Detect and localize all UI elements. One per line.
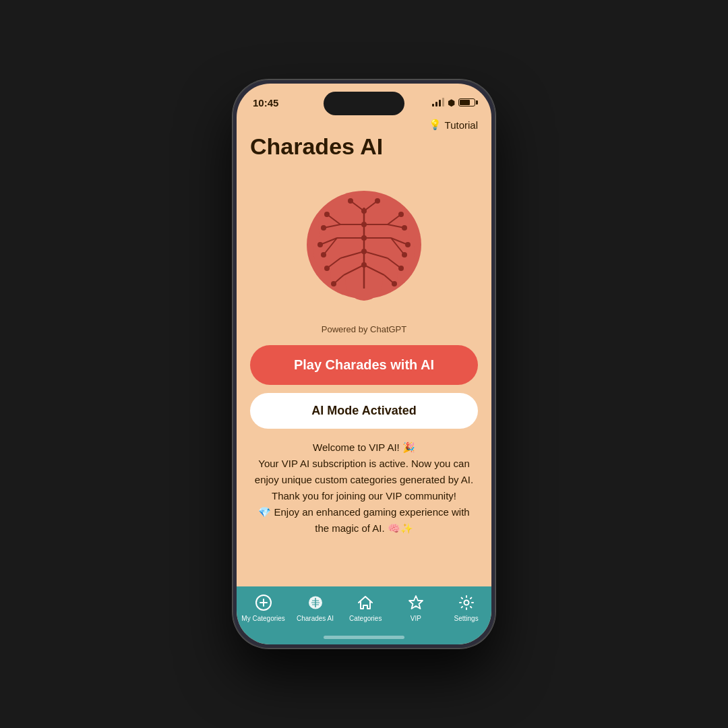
brain-container: Powered by ChatGPT bbox=[250, 171, 478, 334]
svg-point-46 bbox=[361, 235, 367, 241]
svg-point-16 bbox=[317, 242, 323, 247]
tutorial-label: Tutorial bbox=[445, 119, 478, 131]
svg-point-47 bbox=[361, 249, 367, 254]
gear-icon bbox=[457, 593, 476, 612]
star-icon bbox=[406, 593, 425, 612]
nav-item-categories[interactable]: Categories bbox=[345, 593, 386, 622]
dynamic-island bbox=[324, 92, 404, 115]
svg-point-29 bbox=[402, 225, 407, 231]
ai-mode-button[interactable]: AI Mode Activated bbox=[250, 393, 478, 429]
app-title: Charades AI bbox=[250, 133, 478, 160]
svg-point-27 bbox=[398, 212, 404, 217]
main-content: 💡 Tutorial Charades AI bbox=[237, 113, 491, 586]
svg-point-18 bbox=[321, 252, 326, 257]
nav-item-charades-ai[interactable]: Charades AI bbox=[295, 593, 336, 622]
svg-point-32 bbox=[405, 242, 411, 247]
play-charades-button[interactable]: Play Charades with AI bbox=[250, 345, 478, 385]
svg-point-62 bbox=[464, 601, 468, 605]
svg-point-45 bbox=[361, 222, 367, 227]
nav-label-categories: Categories bbox=[349, 615, 382, 622]
svg-point-24 bbox=[331, 281, 336, 286]
lightbulb-icon: 💡 bbox=[429, 119, 442, 131]
brain-icon bbox=[290, 171, 438, 319]
svg-marker-61 bbox=[409, 596, 423, 609]
nav-label-vip: VIP bbox=[411, 615, 421, 622]
svg-point-11 bbox=[324, 212, 330, 217]
wifi-icon: ⬢ bbox=[448, 98, 455, 108]
welcome-message: Welcome to VIP AI! 🎉 Your VIP AI subscri… bbox=[250, 439, 478, 537]
svg-point-34 bbox=[402, 252, 407, 257]
home-icon bbox=[356, 593, 375, 612]
nav-label-settings: Settings bbox=[454, 615, 479, 622]
nav-item-my-categories[interactable]: My Categories bbox=[241, 593, 284, 622]
svg-point-48 bbox=[361, 262, 367, 268]
svg-point-40 bbox=[392, 281, 397, 286]
home-indicator-bar bbox=[324, 636, 404, 639]
status-icons: ⬢ bbox=[432, 98, 475, 108]
battery-icon bbox=[458, 98, 475, 107]
svg-point-42 bbox=[348, 198, 353, 204]
svg-point-13 bbox=[321, 225, 326, 231]
powered-by-label: Powered by ChatGPT bbox=[322, 324, 406, 334]
status-time: 10:45 bbox=[253, 97, 278, 109]
phone-screen: 10:45 ⬢ 💡 Tutorial bbox=[237, 84, 491, 644]
nav-label-my-categories: My Categories bbox=[241, 615, 284, 622]
plus-circle-icon bbox=[254, 593, 273, 612]
phone-device: 10:45 ⬢ 💡 Tutorial bbox=[233, 80, 495, 648]
brain-nav-icon bbox=[306, 593, 325, 612]
nav-item-settings[interactable]: Settings bbox=[446, 593, 487, 622]
bottom-nav: My Categories Charades AI bbox=[237, 586, 491, 636]
svg-point-44 bbox=[375, 198, 380, 204]
tutorial-button[interactable]: 💡 Tutorial bbox=[429, 119, 478, 131]
nav-item-vip[interactable]: VIP bbox=[396, 593, 436, 622]
home-indicator bbox=[237, 636, 491, 644]
play-button-label: Play Charades with AI bbox=[294, 357, 434, 372]
svg-point-37 bbox=[398, 266, 404, 271]
mode-button-label: AI Mode Activated bbox=[311, 404, 416, 417]
svg-point-49 bbox=[361, 208, 367, 214]
nav-label-charades-ai: Charades AI bbox=[297, 615, 334, 622]
signal-icon bbox=[432, 98, 444, 107]
svg-point-21 bbox=[324, 266, 330, 271]
